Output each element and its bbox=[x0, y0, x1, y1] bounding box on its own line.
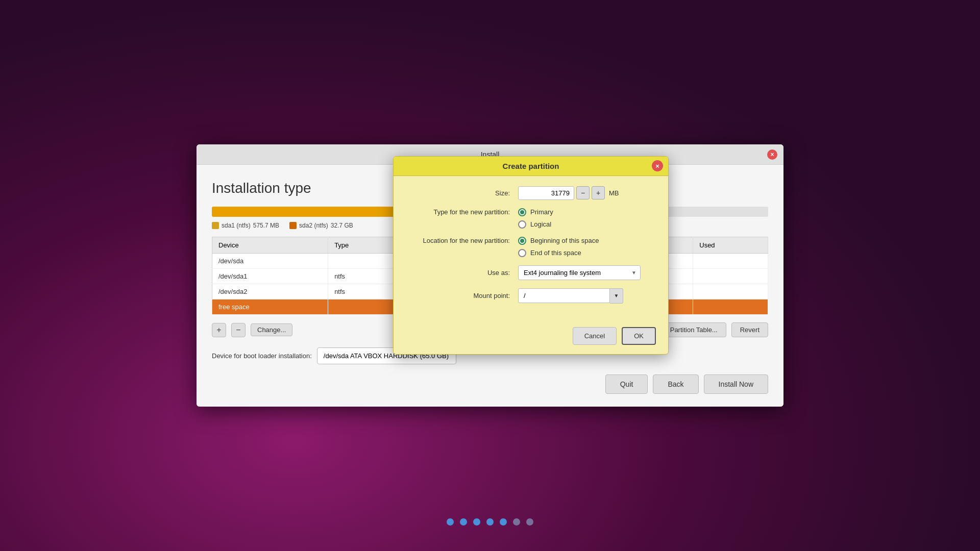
radio-beginning-circle bbox=[518, 237, 526, 245]
radio-end[interactable]: End of this space bbox=[518, 249, 599, 257]
radio-primary[interactable]: Primary bbox=[518, 208, 553, 216]
legend-label-sda1: sda1 (ntfs) bbox=[222, 222, 251, 229]
dialog-buttons: Cancel OK bbox=[394, 322, 668, 354]
legend-item-sda2: sda2 (ntfs) 32.7 GB bbox=[289, 222, 353, 229]
ok-button[interactable]: OK bbox=[622, 327, 656, 345]
use-as-label: Use as: bbox=[406, 269, 518, 277]
mount-point-label: Mount point: bbox=[406, 292, 518, 299]
back-button[interactable]: Back bbox=[653, 374, 698, 394]
bottom-buttons: Quit Back Install Now bbox=[212, 374, 768, 394]
legend-sub-sda2: 32.7 GB bbox=[331, 222, 353, 229]
cell-used bbox=[693, 269, 768, 284]
radio-end-label: End of this space bbox=[530, 249, 581, 257]
size-minus-button[interactable]: − bbox=[576, 186, 590, 199]
size-input-group: − + MB bbox=[518, 186, 619, 200]
change-partition-button[interactable]: Change... bbox=[251, 323, 292, 336]
progress-dot-1 bbox=[447, 518, 454, 525]
install-now-button[interactable]: Install Now bbox=[704, 374, 768, 394]
legend-color-sda1 bbox=[212, 222, 219, 229]
cell-device: /dev/sda2 bbox=[212, 284, 328, 299]
boot-loader-label: Device for boot loader installation: bbox=[212, 352, 312, 360]
location-label: Location for the new partition: bbox=[406, 237, 518, 244]
legend-item-sda1: sda1 (ntfs) 575.7 MB bbox=[212, 222, 279, 229]
dialog-size-row: Size: − + MB bbox=[406, 186, 656, 200]
window-close-button[interactable]: × bbox=[767, 149, 777, 160]
progress-dot-4 bbox=[486, 518, 494, 525]
cell-device: /dev/sda1 bbox=[212, 269, 328, 284]
progress-dot-6 bbox=[513, 518, 520, 525]
dialog-titlebar: Create partition × bbox=[394, 157, 668, 176]
mount-input-wrapper: ▼ bbox=[518, 288, 623, 304]
add-partition-button[interactable]: + bbox=[212, 323, 226, 337]
partition-type-radio-group: Primary Logical bbox=[518, 208, 553, 229]
progress-dot-5 bbox=[500, 518, 507, 525]
create-partition-dialog: Create partition × Size: − + MB Type fo bbox=[393, 156, 669, 355]
cell-used bbox=[693, 284, 768, 299]
radio-logical-label: Logical bbox=[530, 220, 551, 228]
radio-logical-circle bbox=[518, 220, 526, 229]
cell-type bbox=[328, 254, 400, 269]
legend-color-sda2 bbox=[289, 222, 297, 229]
dialog-mount-row: Mount point: ▼ bbox=[406, 288, 656, 304]
size-input[interactable] bbox=[518, 186, 574, 200]
use-as-select-wrapper: Ext4 journaling file system bbox=[518, 265, 641, 280]
remove-partition-button[interactable]: − bbox=[231, 323, 246, 337]
radio-primary-circle bbox=[518, 208, 526, 216]
col-header-device: Device bbox=[212, 237, 328, 254]
progress-dot-2 bbox=[460, 518, 467, 525]
dialog-close-button[interactable]: × bbox=[652, 160, 663, 171]
size-unit: MB bbox=[609, 189, 619, 197]
cell-device: /dev/sda bbox=[212, 254, 328, 269]
mount-point-input[interactable] bbox=[518, 288, 610, 303]
size-label: Size: bbox=[406, 189, 518, 197]
radio-primary-label: Primary bbox=[530, 208, 553, 216]
dialog-body: Size: − + MB Type for the new partition: bbox=[394, 176, 668, 322]
radio-beginning-label: Beginning of this space bbox=[530, 237, 599, 244]
progress-dot-7 bbox=[526, 518, 533, 525]
progress-dot-3 bbox=[473, 518, 480, 525]
mount-point-dropdown-button[interactable]: ▼ bbox=[610, 288, 623, 304]
dialog-use-as-row: Use as: Ext4 journaling file system bbox=[406, 265, 656, 280]
legend-label-sda2: sda2 (ntfs) bbox=[299, 222, 328, 229]
radio-beginning[interactable]: Beginning of this space bbox=[518, 237, 599, 245]
quit-button[interactable]: Quit bbox=[605, 374, 648, 394]
dialog-title: Create partition bbox=[503, 162, 559, 170]
cell-type: ntfs bbox=[328, 284, 400, 299]
type-label: Type for the new partition: bbox=[406, 208, 518, 216]
cell-device: free space bbox=[212, 299, 328, 315]
dialog-type-row: Type for the new partition: Primary Logi… bbox=[406, 208, 656, 229]
use-as-select[interactable]: Ext4 journaling file system bbox=[518, 265, 641, 280]
dialog-location-row: Location for the new partition: Beginnin… bbox=[406, 237, 656, 257]
legend-sub-sda1: 575.7 MB bbox=[253, 222, 279, 229]
radio-end-circle bbox=[518, 249, 526, 257]
col-header-type: Type bbox=[328, 237, 400, 254]
cancel-button[interactable]: Cancel bbox=[573, 327, 617, 345]
partition-location-radio-group: Beginning of this space End of this spac… bbox=[518, 237, 599, 257]
cell-type: ntfs bbox=[328, 269, 400, 284]
radio-logical[interactable]: Logical bbox=[518, 220, 553, 229]
cell-used bbox=[693, 299, 768, 315]
progress-dots bbox=[447, 518, 533, 525]
col-header-used: Used bbox=[693, 237, 768, 254]
revert-button[interactable]: Revert bbox=[731, 322, 768, 337]
installer-window: Install × Installation type sda1 (ntfs) … bbox=[197, 144, 783, 407]
size-plus-button[interactable]: + bbox=[592, 186, 605, 199]
cell-used bbox=[693, 254, 768, 269]
cell-type bbox=[328, 299, 400, 315]
